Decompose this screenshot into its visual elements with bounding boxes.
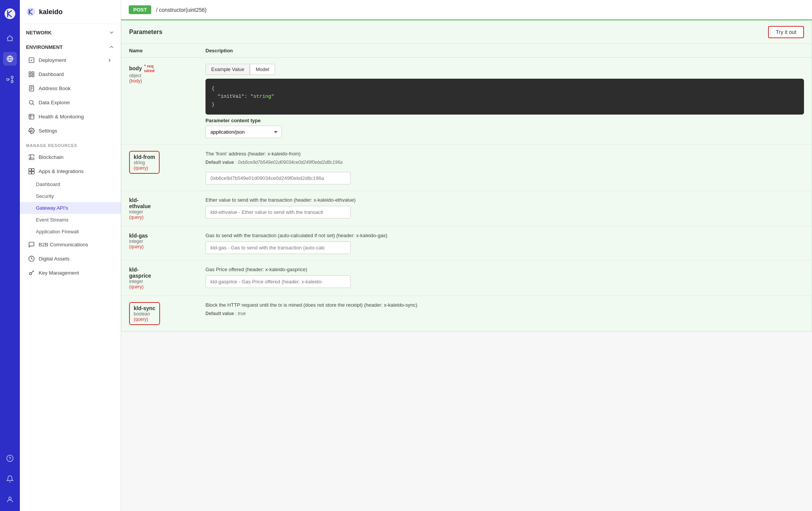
param-location-kld-sync: (query) — [134, 317, 155, 322]
example-value-tab[interactable]: Example Value — [205, 64, 250, 75]
sidebar-item-dashboard-label: Dashboard — [39, 71, 64, 77]
content-type-label: Parameter content type — [205, 118, 804, 123]
param-row-kld-from: kld-from string (query) The 'from' addre… — [121, 145, 812, 191]
dashboard-icon — [28, 71, 35, 78]
param-name-col-kld-gas: kld-gas integer (query) — [129, 233, 205, 249]
param-desc-col-kld-gasprice: Gas Price offered (header: x-kaleido-gas… — [205, 267, 804, 288]
sidebar-item-digital-assets[interactable]: Digital Assets — [22, 252, 118, 265]
svg-rect-9 — [29, 72, 31, 74]
sidebar-item-data-explorer[interactable]: Data Explorer — [22, 96, 118, 109]
param-name-kld-from: kld-from — [134, 154, 155, 160]
param-location-body: (body) — [129, 78, 205, 84]
environment-section-label: ENVIRONMENT — [26, 44, 63, 50]
param-type-kld-from: string — [134, 160, 155, 165]
manage-resources-label: MANAGE RESOURCES — [20, 138, 121, 150]
kld-from-input[interactable] — [205, 172, 351, 184]
method-badge: POST — [129, 5, 151, 14]
sidebar-item-address-book-label: Address Book — [39, 86, 71, 91]
sidebar-item-apps-integrations[interactable]: Apps & Integrations — [22, 165, 118, 178]
sidebar-item-key-management[interactable]: Key Management — [22, 266, 118, 280]
sidebar-logo: kaleido — [20, 0, 121, 24]
home-nav-icon[interactable] — [3, 31, 17, 45]
param-location-kld-ethvalue: (query) — [129, 215, 205, 220]
params-table-header: Name Description — [121, 44, 812, 58]
sidebar-item-health-monitoring[interactable]: Health & Monitoring — [22, 110, 118, 123]
param-name-kld-sync: kld-sync — [134, 305, 155, 311]
network-section-header[interactable]: NETWORK — [20, 24, 121, 39]
sidebar-sub-item-app-firewall[interactable]: Application Firewall — [20, 226, 121, 238]
param-desc-kld-ethvalue: Ether value to send with the transaction… — [205, 197, 804, 203]
sidebar-logo-icon — [26, 7, 36, 17]
svg-rect-11 — [32, 75, 34, 77]
param-name-kld-gas: kld-gas — [129, 233, 205, 239]
param-row-kld-gasprice: kld-gasprice integer (query) Gas Price o… — [121, 260, 812, 296]
blockchain-icon — [28, 154, 35, 160]
question-nav-icon[interactable] — [3, 451, 17, 465]
param-name-kld-gasprice: kld-gasprice — [129, 267, 205, 279]
globe-nav-icon[interactable] — [3, 52, 17, 66]
param-required-body: * required — [144, 64, 154, 73]
content-type-select[interactable]: application/json — [205, 126, 282, 138]
sidebar-sub-item-gateway-apis[interactable]: Gateway API's — [20, 202, 121, 214]
params-section: Parameters Try it out Name Description b… — [121, 20, 812, 332]
icon-bar — [0, 0, 20, 511]
param-name-col-kld-gasprice: kld-gasprice integer (query) — [129, 267, 205, 289]
environment-section-header[interactable]: ENVIRONMENT — [20, 39, 121, 53]
param-row-body: body * required object (body) Example Va… — [121, 58, 812, 145]
nodes-nav-icon[interactable] — [3, 73, 17, 86]
sidebar-sub-item-security[interactable]: Security — [20, 190, 121, 202]
kaleido-logo-icon[interactable] — [4, 8, 16, 20]
sidebar-item-address-book[interactable]: Address Book — [22, 82, 118, 95]
params-header: Parameters Try it out — [121, 21, 812, 44]
api-panel: POST / constructor(uint256) Parameters T… — [121, 0, 812, 332]
param-row-kld-sync: kld-sync boolean (query) Block the HTTP … — [121, 296, 812, 332]
kld-ethvalue-input[interactable] — [205, 206, 351, 218]
sidebar-item-settings[interactable]: Settings — [22, 124, 118, 137]
sidebar-item-deployment[interactable]: Deployment — [22, 53, 118, 67]
user-nav-icon[interactable] — [3, 493, 17, 506]
param-type-kld-ethvalue: integer — [129, 209, 205, 215]
param-type-kld-gas: integer — [129, 239, 205, 244]
endpoint-bar: POST / constructor(uint256) — [121, 0, 812, 20]
sidebar-item-dashboard[interactable]: Dashboard — [22, 68, 118, 81]
param-name-col-kld-from: kld-from string (query) — [129, 151, 205, 174]
param-name-col-body: body * required object (body) — [129, 64, 205, 84]
health-monitoring-icon — [28, 113, 35, 120]
param-row-kld-gas: kld-gas integer (query) Gas to send with… — [121, 226, 812, 260]
param-type-kld-gasprice: integer — [129, 279, 205, 284]
sidebar-item-health-monitoring-label: Health & Monitoring — [39, 114, 84, 120]
sidebar-sub-item-dashboard[interactable]: Dashboard — [20, 178, 121, 190]
address-book-icon — [28, 85, 35, 92]
svg-rect-20 — [32, 171, 34, 174]
param-desc-col-kld-ethvalue: Ether value to send with the transaction… — [205, 197, 804, 218]
param-desc-col-body: Example Value Model { "initVal": "string… — [205, 64, 804, 138]
param-name-col-kld-ethvalue: kld-ethvalue integer (query) — [129, 197, 205, 220]
sidebar-item-key-management-label: Key Management — [39, 270, 79, 276]
param-name-box-kld-from: kld-from string (query) — [129, 151, 160, 174]
deployment-icon — [28, 57, 35, 63]
param-desc-kld-gas: Gas to send with the transaction (auto-c… — [205, 233, 804, 238]
sidebar: kaleido NETWORK ENVIRONMENT Deployment D… — [20, 0, 121, 511]
param-type-kld-sync: boolean — [134, 311, 155, 317]
sidebar-sub-item-event-streams[interactable]: Event Streams — [20, 214, 121, 226]
digital-assets-icon — [28, 255, 35, 262]
sidebar-item-blockchain-label: Blockchain — [39, 154, 63, 160]
sidebar-item-b2b[interactable]: B2B Communications — [22, 238, 118, 251]
apps-integrations-icon — [28, 168, 35, 175]
chevron-up-icon — [108, 44, 115, 50]
svg-rect-12 — [29, 75, 31, 77]
bell-nav-icon[interactable] — [3, 472, 17, 486]
kld-gas-input[interactable] — [205, 241, 351, 254]
sidebar-item-blockchain[interactable]: Blockchain — [22, 150, 118, 164]
logo-text: kaleido — [39, 8, 63, 16]
param-name-col-kld-sync: kld-sync boolean (query) — [129, 302, 205, 325]
body-code-block: { "initVal": "string"} — [205, 79, 804, 115]
param-location-kld-from: (query) — [134, 165, 155, 171]
kld-gasprice-input[interactable] — [205, 275, 351, 288]
svg-point-7 — [27, 8, 36, 16]
try-it-out-button[interactable]: Try it out — [768, 26, 804, 38]
model-tab[interactable]: Model — [250, 64, 275, 75]
param-name-body: body * required — [129, 64, 205, 73]
chevron-down-icon — [108, 29, 115, 36]
data-explorer-icon — [28, 99, 35, 106]
